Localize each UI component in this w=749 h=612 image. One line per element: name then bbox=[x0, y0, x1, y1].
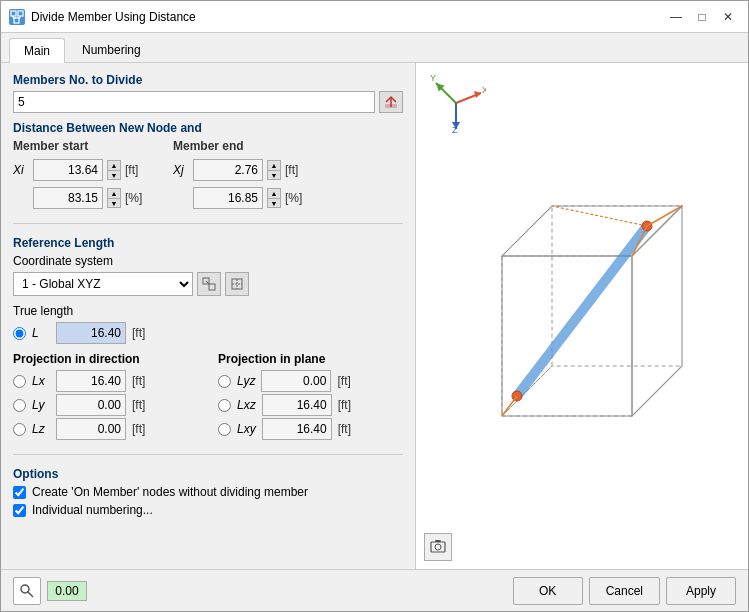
lyz-input[interactable] bbox=[261, 370, 331, 392]
svg-marker-19 bbox=[474, 91, 481, 98]
ly-label: Ly bbox=[32, 398, 50, 412]
ok-button[interactable]: OK bbox=[513, 577, 583, 605]
xi-unit: [ft] bbox=[125, 163, 153, 177]
xj-label: Xj bbox=[173, 163, 189, 177]
xj-spinners: ▲ ▼ bbox=[267, 160, 281, 180]
footer-left: 0.00 bbox=[13, 577, 507, 605]
xj-input[interactable] bbox=[193, 159, 263, 181]
close-button[interactable]: ✕ bbox=[716, 7, 740, 27]
lz-input[interactable] bbox=[56, 418, 126, 440]
members-select-button[interactable] bbox=[379, 91, 403, 113]
coord-system-select[interactable]: 1 - Global XYZ bbox=[13, 272, 193, 296]
xi-pct-row: ▲ ▼ [%] bbox=[13, 187, 153, 209]
footer-search-button[interactable] bbox=[13, 577, 41, 605]
xj-pct-spin-down[interactable]: ▼ bbox=[267, 198, 281, 208]
proj-plane-col: Projection in plane Lyz [ft] Lxz [ft] bbox=[218, 352, 403, 442]
xi-input[interactable] bbox=[33, 159, 103, 181]
ly-input[interactable] bbox=[56, 394, 126, 416]
svg-rect-1 bbox=[18, 11, 23, 16]
lxz-row: Lxz [ft] bbox=[218, 394, 403, 416]
svg-rect-35 bbox=[435, 540, 441, 542]
ly-row: Ly [ft] bbox=[13, 394, 198, 416]
lx-input[interactable] bbox=[56, 370, 126, 392]
checkbox1-row: Create 'On Member' nodes without dividin… bbox=[13, 485, 403, 499]
L-radio[interactable] bbox=[13, 327, 26, 340]
ly-radio[interactable] bbox=[13, 399, 26, 412]
svg-text:Z: Z bbox=[452, 125, 458, 133]
L-input[interactable] bbox=[56, 322, 126, 344]
xi-pct-unit: [%] bbox=[125, 191, 153, 205]
xj-spin-down[interactable]: ▼ bbox=[267, 170, 281, 180]
proj-plane-label: Projection in plane bbox=[218, 352, 403, 366]
member-start-col: Member start Xi ▲ ▼ [ft] bbox=[13, 139, 153, 211]
screenshot-button[interactable] bbox=[424, 533, 452, 561]
checkbox2-label: Individual numbering... bbox=[32, 503, 153, 517]
lxz-radio[interactable] bbox=[218, 399, 231, 412]
left-panel: Members No. to Divide Distance Between N… bbox=[1, 63, 416, 569]
xj-pct-input[interactable] bbox=[193, 187, 263, 209]
lz-radio[interactable] bbox=[13, 423, 26, 436]
xj-pct-spin-up[interactable]: ▲ bbox=[267, 188, 281, 198]
xj-pct-spinners: ▲ ▼ bbox=[267, 188, 281, 208]
members-section-label: Members No. to Divide bbox=[13, 73, 403, 87]
checkbox1[interactable] bbox=[13, 486, 26, 499]
xi-spin-down[interactable]: ▼ bbox=[107, 170, 121, 180]
xi-spin-up[interactable]: ▲ bbox=[107, 160, 121, 170]
svg-text:X: X bbox=[482, 85, 486, 95]
distance-section-label: Distance Between New Node and bbox=[13, 121, 403, 135]
true-length-label: True length bbox=[13, 304, 403, 318]
distance-section: Distance Between New Node and Member sta… bbox=[13, 121, 403, 211]
options-label: Options bbox=[13, 467, 403, 481]
svg-rect-10 bbox=[209, 284, 215, 290]
coord-dropdown-row: 1 - Global XYZ bbox=[13, 272, 403, 296]
minimize-button[interactable]: — bbox=[664, 7, 688, 27]
members-no-row bbox=[13, 91, 403, 113]
cancel-button[interactable]: Cancel bbox=[589, 577, 660, 605]
app-icon bbox=[9, 9, 25, 25]
xi-pct-spinners: ▲ ▼ bbox=[107, 188, 121, 208]
lx-radio[interactable] bbox=[13, 375, 26, 388]
window-controls: — □ ✕ bbox=[664, 7, 740, 27]
svg-line-24 bbox=[517, 226, 647, 396]
svg-rect-0 bbox=[11, 11, 16, 16]
xi-pct-spin-up[interactable]: ▲ bbox=[107, 188, 121, 198]
xi-pct-input[interactable] bbox=[33, 187, 103, 209]
xi-label: Xi bbox=[13, 163, 29, 177]
maximize-button[interactable]: □ bbox=[690, 7, 714, 27]
xj-spin-up[interactable]: ▲ bbox=[267, 160, 281, 170]
xj-pct-row: ▲ ▼ [%] bbox=[173, 187, 313, 209]
checkbox1-label: Create 'On Member' nodes without dividin… bbox=[32, 485, 308, 499]
tab-main[interactable]: Main bbox=[9, 38, 65, 63]
main-window: Divide Member Using Distance — □ ✕ Main … bbox=[0, 0, 749, 612]
footer: 0.00 OK Cancel Apply bbox=[1, 569, 748, 611]
coord-icon-btn-1[interactable] bbox=[197, 272, 221, 296]
member-end-label: Member end bbox=[173, 139, 313, 153]
axes-widget: Y X Z bbox=[426, 73, 486, 133]
apply-button[interactable]: Apply bbox=[666, 577, 736, 605]
lx-unit: [ft] bbox=[132, 374, 160, 388]
xj-unit: [ft] bbox=[285, 163, 313, 177]
titlebar: Divide Member Using Distance — □ ✕ bbox=[1, 1, 748, 33]
lxy-radio[interactable] bbox=[218, 423, 231, 436]
lz-label: Lz bbox=[32, 422, 50, 436]
lxz-unit: [ft] bbox=[338, 398, 366, 412]
coord-icon-btn-2[interactable] bbox=[225, 272, 249, 296]
tab-numbering[interactable]: Numbering bbox=[67, 37, 156, 62]
lx-label: Lx bbox=[32, 374, 50, 388]
svg-rect-2 bbox=[14, 18, 19, 23]
xj-row: Xj ▲ ▼ [ft] bbox=[173, 159, 313, 181]
lxy-row: Lxy [ft] bbox=[218, 418, 403, 440]
members-no-input[interactable] bbox=[13, 91, 375, 113]
lxz-input[interactable] bbox=[262, 394, 332, 416]
ly-unit: [ft] bbox=[132, 398, 160, 412]
L-label: L bbox=[32, 326, 50, 340]
lyz-radio[interactable] bbox=[218, 375, 231, 388]
svg-point-36 bbox=[21, 585, 29, 593]
xi-pct-spin-down[interactable]: ▼ bbox=[107, 198, 121, 208]
titlebar-left: Divide Member Using Distance bbox=[9, 9, 196, 25]
member-end-col: Member end Xj ▲ ▼ [ft] bbox=[173, 139, 313, 211]
lxy-input[interactable] bbox=[262, 418, 332, 440]
svg-line-37 bbox=[28, 592, 33, 597]
checkbox2-row: Individual numbering... bbox=[13, 503, 403, 517]
checkbox2[interactable] bbox=[13, 504, 26, 517]
